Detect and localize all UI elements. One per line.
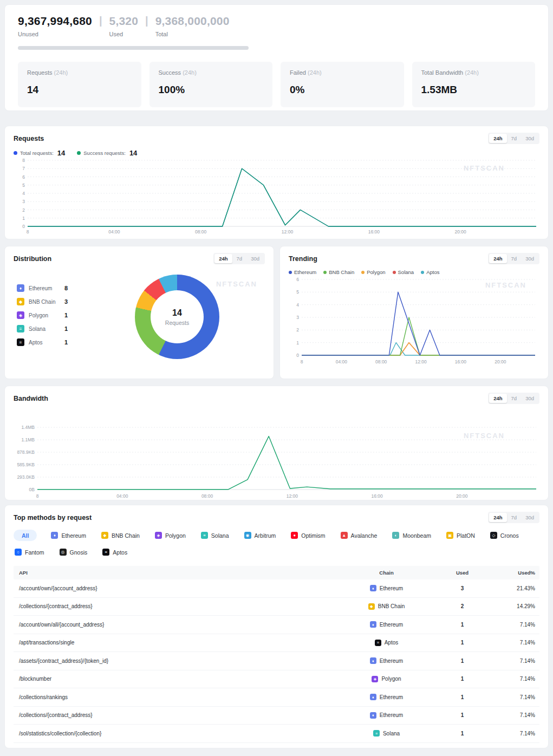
api-path: /collections/{contract_address} [14, 712, 344, 718]
chain-filter-label: Arbitrum [255, 532, 276, 539]
chain-filter-solana[interactable]: ≡Solana [200, 530, 230, 541]
range-option-24h[interactable]: 24h [489, 394, 506, 403]
chain-filter-arbitrum[interactable]: ◉Arbitrum [243, 530, 277, 541]
ethereum-chain-icon: ♦ [370, 694, 376, 700]
chain-filter-moonbeam[interactable]: ◐Moonbeam [391, 530, 432, 541]
range-option-30d[interactable]: 30d [246, 254, 264, 263]
chain-filter-avalanche[interactable]: ▲Avalanche [340, 530, 379, 541]
svg-text:20:00: 20:00 [495, 359, 506, 364]
chain-cell: ≡Solana [344, 730, 428, 737]
chain-filter-gnosis[interactable]: ◎Gnosis [58, 546, 89, 558]
bandwidth-panel-title: Bandwidth [14, 395, 48, 402]
api-path: /apt/transactions/single [14, 640, 344, 646]
chain-filter-polygon[interactable]: ◈Polygon [154, 530, 187, 541]
used-percent: 7.14% [496, 676, 539, 682]
gnosis-chain-icon: ◎ [60, 549, 67, 556]
range-option-30d[interactable]: 30d [521, 134, 538, 143]
requests-line-chart: 012345678804:0008:0012:0016:0020:00 [14, 157, 539, 236]
chain-cell: ♦Ethereum [344, 657, 428, 664]
svg-text:12:00: 12:00 [282, 229, 294, 234]
stat-value: 14 [27, 84, 132, 96]
svg-text:5: 5 [296, 289, 299, 295]
used-percent: 14.29% [496, 603, 539, 609]
distribution-legend-bnb: ◆BNB Chain3 [17, 298, 68, 305]
top-methods-title: Top methods by request [14, 514, 92, 522]
svg-text:12:00: 12:00 [287, 493, 298, 499]
legend-dot-icon [421, 271, 424, 274]
aptos-chain-icon: ≡ [17, 338, 24, 346]
chain-filter-platon[interactable]: ▣PlatON [445, 530, 476, 541]
svg-text:3: 3 [22, 199, 25, 204]
trending-range-selector: 24h7d30d [488, 253, 539, 264]
unused-value: 9,367,994,680 [18, 15, 92, 28]
range-option-7d[interactable]: 7d [232, 254, 247, 263]
legend-dot-icon [77, 151, 81, 155]
table-row: /sol/statistics/collection/{collection}≡… [14, 725, 539, 743]
distribution-legend-ethereum: ♦Ethereum8 [17, 284, 68, 292]
chain-filter-aptos[interactable]: ≡Aptos [101, 546, 128, 558]
stat-card-requests: Requests (24h)14 [18, 62, 141, 107]
range-option-24h[interactable]: 24h [489, 134, 506, 143]
chain-cell: ♦Ethereum [344, 621, 428, 628]
svg-text:20:00: 20:00 [456, 493, 468, 499]
polygon-chain-icon: ◈ [155, 532, 162, 539]
api-path: /sol/statistics/collection/{collection} [14, 731, 344, 737]
range-option-24h[interactable]: 24h [214, 254, 232, 263]
range-option-7d[interactable]: 7d [507, 134, 522, 143]
chain-filter-all[interactable]: All [14, 530, 37, 541]
range-option-30d[interactable]: 30d [521, 394, 538, 403]
trending-legend-ethereum[interactable]: Ethereum [289, 269, 316, 275]
ethereum-chain-icon: ♦ [51, 532, 58, 539]
svg-text:4: 4 [22, 191, 25, 196]
trending-legend-bnb-chain[interactable]: BNB Chain [323, 269, 354, 275]
fantom-chain-icon: ○ [15, 549, 22, 556]
api-path: /assets/{contract_address}/{token_id} [14, 658, 344, 664]
total-label: Total [155, 31, 230, 37]
chain-name: Polygon [29, 312, 64, 318]
column-header-used: Used% [496, 570, 539, 576]
range-option-7d[interactable]: 7d [507, 254, 522, 263]
svg-text:08:00: 08:00 [201, 493, 213, 499]
donut-ring: 14 Requests [135, 275, 219, 359]
trending-legend-solana[interactable]: Solana [393, 269, 414, 275]
stat-label: Failed (24h) [290, 69, 395, 76]
chain-filter-optimism[interactable]: ●Optimism [290, 530, 326, 541]
legend-label: Ethereum [294, 269, 316, 275]
chain-request-count: 1 [64, 339, 68, 346]
legend-dot-icon [323, 271, 327, 274]
chain-filter-ethereum[interactable]: ♦Ethereum [50, 530, 87, 541]
bnb-chain-icon: ◆ [17, 298, 24, 305]
distribution-range-selector: 24h7d30d [213, 253, 265, 264]
range-option-7d[interactable]: 7d [507, 513, 522, 522]
chain-filter-fantom[interactable]: ○Fantom [14, 546, 45, 558]
chain-name: Ethereum [380, 712, 403, 718]
stat-card-failed: Failed (24h)0% [281, 62, 404, 107]
usage-progress-bar [18, 46, 249, 50]
range-option-30d[interactable]: 30d [521, 254, 538, 263]
svg-text:08:00: 08:00 [375, 359, 387, 364]
trending-legend-aptos[interactable]: Aptos [421, 269, 439, 275]
legend-label: BNB Chain [329, 269, 354, 275]
column-header-used: Used [428, 570, 496, 576]
chain-filter-cronos[interactable]: ◇Cronos [489, 530, 520, 541]
summary-card: 9,367,994,680 Unused | 5,320 Used | 9,36… [4, 4, 549, 111]
svg-text:12:00: 12:00 [415, 359, 427, 364]
chain-name: Ethereum [380, 694, 403, 700]
svg-text:3: 3 [296, 315, 299, 320]
svg-text:6: 6 [296, 277, 299, 282]
legend-total-requests: Total requests:14 [14, 149, 65, 157]
chain-filter-bnb[interactable]: ◆BNB Chain [100, 530, 141, 541]
trending-legend-polygon[interactable]: Polygon [361, 269, 385, 275]
range-option-30d[interactable]: 30d [521, 513, 538, 522]
range-option-24h[interactable]: 24h [489, 513, 506, 522]
range-option-7d[interactable]: 7d [507, 394, 522, 403]
used-percent: 7.14% [496, 694, 539, 700]
used-count: 1 [428, 640, 496, 646]
svg-text:0B: 0B [29, 487, 35, 492]
used-count: 1 [428, 694, 496, 700]
range-option-24h[interactable]: 24h [489, 254, 506, 263]
chain-filter-label: Aptos [113, 549, 127, 556]
chain-filter-label: Gnosis [70, 549, 88, 556]
stat-card-total-bandwidth: Total Bandwidth (24h)1.53MB [412, 62, 536, 107]
chain-filter-label: BNB Chain [112, 532, 140, 539]
